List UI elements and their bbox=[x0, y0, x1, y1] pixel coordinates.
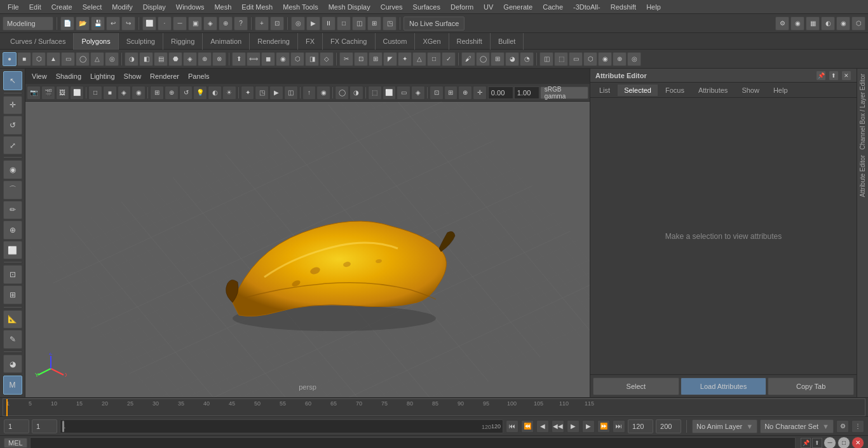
attr-pin-btn[interactable]: 📌 bbox=[816, 71, 826, 81]
menu-edit-mesh[interactable]: Edit Mesh bbox=[236, 2, 278, 12]
vp-solid-btn[interactable]: ■ bbox=[103, 86, 117, 100]
bottom-expand-btn[interactable]: ⬆ bbox=[812, 438, 822, 448]
region-tool[interactable]: ⬜ bbox=[3, 241, 22, 260]
soft-mod-tool[interactable]: ◉ bbox=[3, 160, 22, 179]
prism-btn[interactable]: △ bbox=[90, 52, 104, 66]
tab-polygons[interactable]: Polygons bbox=[74, 33, 118, 50]
tab-sculpting[interactable]: Sculpting bbox=[119, 33, 163, 50]
vp-hud-btn[interactable]: ◫ bbox=[284, 86, 298, 100]
lattice-btn[interactable]: ⊞ bbox=[491, 52, 505, 66]
uv-unfold-btn[interactable]: ⬚ bbox=[554, 52, 568, 66]
lasso-tool[interactable]: ⌒ bbox=[3, 180, 22, 200]
tab-bullet[interactable]: Bullet bbox=[491, 33, 524, 50]
vp-env-btn[interactable]: ◯ bbox=[335, 86, 349, 100]
save-btn[interactable]: 💾 bbox=[91, 17, 105, 31]
go-start-btn[interactable]: ⏮ bbox=[506, 420, 519, 433]
triangulate-btn[interactable]: △ bbox=[412, 52, 426, 66]
menu-curves[interactable]: Curves bbox=[376, 2, 408, 12]
cleanup-btn[interactable]: ✓ bbox=[442, 52, 456, 66]
menu-redshift[interactable]: Redshift bbox=[606, 2, 641, 12]
viewport-panels-menu[interactable]: Panels bbox=[186, 71, 212, 81]
menu-select[interactable]: Select bbox=[78, 2, 107, 12]
tab-custom[interactable]: Custom bbox=[376, 33, 416, 50]
menu-mesh[interactable]: Mesh bbox=[209, 2, 236, 12]
extrude-btn[interactable]: ⬆ bbox=[232, 52, 246, 66]
anim-settings-btn[interactable]: ⚙ bbox=[836, 420, 849, 433]
menu-uv[interactable]: UV bbox=[478, 2, 498, 12]
frame-slider[interactable]: 1 120 120 bbox=[60, 419, 503, 433]
cam2-btn[interactable]: ◫ bbox=[352, 17, 366, 31]
select-all-btn[interactable]: ⬜ bbox=[142, 17, 156, 31]
grid-btn[interactable]: ⊞ bbox=[3, 285, 22, 304]
viewport-renderer-menu[interactable]: Renderer bbox=[147, 71, 182, 81]
channel-box-tab[interactable]: Channel Box / Layer Editor bbox=[858, 71, 867, 153]
viewport-canvas[interactable]: persp X Y Z bbox=[25, 102, 590, 397]
win-min-btn[interactable]: ─ bbox=[824, 437, 836, 449]
mel-input[interactable] bbox=[30, 437, 796, 449]
snap-btn[interactable]: ⊕ bbox=[219, 17, 233, 31]
menu-cache[interactable]: Cache bbox=[538, 2, 568, 12]
win-max-btn[interactable]: □ bbox=[837, 437, 850, 449]
menu-edit[interactable]: Edit bbox=[24, 2, 46, 12]
cube-btn[interactable]: ■ bbox=[17, 52, 31, 66]
attr-copy-btn[interactable]: Copy Tab bbox=[768, 377, 854, 395]
subdiv-plane-btn[interactable]: ▤ bbox=[154, 52, 168, 66]
plane-btn[interactable]: ▭ bbox=[61, 52, 75, 66]
cone-btn[interactable]: ▲ bbox=[46, 52, 60, 66]
cam4-btn[interactable]: ◳ bbox=[383, 17, 397, 31]
no-char-set-dropdown[interactable]: No Character Set ▼ bbox=[760, 419, 834, 433]
subdiv-sphere-btn[interactable]: ◑ bbox=[125, 52, 139, 66]
zoom-tool[interactable]: ⊕ bbox=[3, 221, 22, 240]
select-edge-btn[interactable]: ─ bbox=[173, 17, 187, 31]
redo-btn[interactable]: ↪ bbox=[121, 17, 135, 31]
wedge-btn[interactable]: ◤ bbox=[383, 52, 397, 66]
play-back-btn[interactable]: ◀◀ bbox=[552, 420, 564, 433]
ipr-btn[interactable]: ▶ bbox=[306, 17, 320, 31]
attr-tab-focus[interactable]: Focus bbox=[659, 85, 691, 96]
cam1-btn[interactable]: □ bbox=[337, 17, 351, 31]
menu-generate[interactable]: Generate bbox=[498, 2, 538, 12]
attr-select-btn[interactable]: Select bbox=[593, 377, 679, 395]
vp-shadow-btn[interactable]: ◐ bbox=[208, 86, 222, 100]
deform2-btn[interactable]: ◯ bbox=[476, 52, 490, 66]
tab-redshift[interactable]: Redshift bbox=[449, 33, 491, 50]
menu-modify[interactable]: Modify bbox=[107, 2, 137, 12]
menu-mesh-tools[interactable]: Mesh Tools bbox=[278, 2, 323, 12]
rs-btn[interactable]: ◉ bbox=[836, 17, 850, 31]
subdiv-cyl-btn[interactable]: ⬣ bbox=[168, 52, 182, 66]
timeline-cursor[interactable] bbox=[6, 399, 8, 417]
vp-iso-btn[interactable]: ◳ bbox=[255, 86, 269, 100]
vp-grid-btn[interactable]: ⊞ bbox=[150, 86, 164, 100]
vp-res-btn[interactable]: ▭ bbox=[397, 86, 410, 100]
smooth-btn[interactable]: ◉ bbox=[276, 52, 290, 66]
prev-frame-btn[interactable]: ◀ bbox=[536, 420, 549, 433]
vp-grid2-btn[interactable]: ⊞ bbox=[444, 86, 458, 100]
viewport-lighting-menu[interactable]: Lighting bbox=[88, 71, 118, 81]
menu-deform[interactable]: Deform bbox=[445, 2, 478, 12]
undo-btn[interactable]: ↩ bbox=[106, 17, 120, 31]
vp-xray-btn[interactable]: ✦ bbox=[241, 86, 255, 100]
menu-help[interactable]: Help bbox=[641, 2, 666, 12]
vp-smooth2-btn[interactable]: ◉ bbox=[316, 86, 330, 100]
next-frame-btn[interactable]: ▶ bbox=[582, 420, 595, 433]
pipe-btn[interactable]: ◎ bbox=[105, 52, 119, 66]
vp-film-btn[interactable]: 🎬 bbox=[41, 86, 55, 100]
anim-btn[interactable]: ◐ bbox=[821, 17, 835, 31]
paint-btn[interactable]: 🖌 bbox=[461, 52, 475, 66]
paint-sel-tool[interactable]: ✏ bbox=[3, 201, 22, 220]
current-frame-display[interactable]: 120 bbox=[628, 419, 653, 433]
menu-3dtoall[interactable]: -3DtoAll- bbox=[568, 2, 606, 12]
annotate-tool[interactable]: ✎ bbox=[3, 330, 22, 349]
edge-loop-btn[interactable]: ⊞ bbox=[369, 52, 383, 66]
vp-norm-btn[interactable]: ↑ bbox=[302, 86, 316, 100]
menu-file[interactable]: File bbox=[3, 2, 24, 12]
tab-curves-surfaces[interactable]: Curves / Surfaces bbox=[3, 33, 74, 50]
fill-btn[interactable]: ◼ bbox=[261, 52, 275, 66]
tab-fx[interactable]: FX bbox=[298, 33, 323, 50]
step-back-btn[interactable]: ⏪ bbox=[521, 420, 534, 433]
attr-tab-attributes[interactable]: Attributes bbox=[692, 85, 734, 96]
vp-shade-btn[interactable]: ◉ bbox=[132, 86, 146, 100]
tab-xgen[interactable]: XGen bbox=[415, 33, 449, 50]
settings-btn[interactable]: ⚙ bbox=[775, 17, 789, 31]
tab-fx-caching[interactable]: FX Caching bbox=[323, 33, 375, 50]
